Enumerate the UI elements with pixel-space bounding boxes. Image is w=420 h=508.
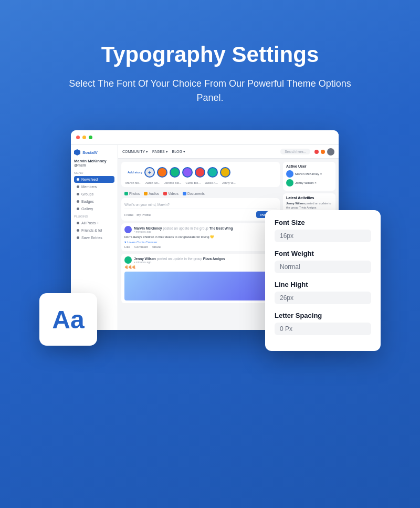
message-icon[interactable] [321, 150, 325, 154]
story-avatar-3 [182, 167, 193, 178]
topbar-community[interactable]: COMMUNITY ▾ [122, 150, 148, 154]
topbar-pages[interactable]: PAGES ▾ [152, 150, 168, 154]
sidebar-item-label: Members [81, 185, 97, 189]
aa-card: Aa [39, 293, 97, 346]
story-name: Aaron Ive... [145, 181, 160, 184]
media-tab-video[interactable]: Videos [163, 192, 178, 195]
post-author-avatar [124, 256, 132, 264]
topbar-search[interactable]: Search here... [280, 149, 310, 154]
sidebar-item-label: Badges [81, 200, 94, 203]
font-size-value[interactable]: 16px [275, 230, 371, 242]
sidebar-item-newsfeed[interactable]: Newsfeed [74, 176, 114, 183]
post-image [124, 272, 277, 300]
post-card-1: Marvin McKinney posted an update in the … [121, 223, 280, 251]
letter-spacing-label: Letter Spacing [275, 312, 371, 319]
font-weight-value[interactable]: Normal [275, 261, 371, 273]
story-avatar-2 [170, 167, 180, 178]
sidebar-dot [77, 222, 79, 224]
post-create-box: What's on your mind, Marvin? Frame My Pr… [121, 198, 280, 221]
sidebar-item-label: Friends & fol [81, 229, 102, 232]
post-actions: Like Comment Share [124, 245, 277, 248]
post-card-2: Jenny Wilson posted an update in the gro… [121, 254, 280, 303]
sidebar-item-label: Gallery [81, 207, 93, 211]
browser-bar [71, 130, 339, 145]
sidebar-nav-label2: PLUGINS [74, 215, 114, 218]
post-footer-left: Frame My Profile [124, 213, 151, 216]
sidebar-logo: SocialV [74, 149, 114, 155]
video-icon [163, 192, 167, 195]
active-user-item-2: Jenny Wilson × [286, 179, 332, 186]
sidebar-item-badges[interactable]: Badges [74, 198, 114, 205]
font-weight-label: Font Weight [275, 250, 371, 257]
story-name: Jerome Bel... [164, 181, 181, 184]
story-name: Jenny W... [222, 181, 236, 184]
story-avatar-5 [207, 167, 218, 178]
stories-container: Add story + Marvin Mc... [121, 162, 280, 187]
sidebar-item-save[interactable]: Save Entries [74, 234, 114, 241]
post-timestamp: • minutes ago [134, 230, 233, 233]
post-header: Jenny Wilson posted an update in the gro… [124, 256, 277, 264]
frame-option[interactable]: Frame [124, 213, 133, 216]
hero-subtitle: Select The Font Of Your Choice From Our … [63, 77, 357, 105]
my-profile-option[interactable]: My Profile [136, 213, 151, 216]
sidebar-item-gallery[interactable]: Gallery [74, 205, 114, 212]
photo-icon [124, 192, 128, 195]
activity-item-1: Jenny Wilson posted an update to the gro… [286, 202, 332, 210]
line-height-row: Line Hight 26px [275, 281, 371, 304]
sidebar-dot [77, 185, 79, 188]
sidebar-dot [77, 236, 79, 239]
sidebar-user-name: Marvin McKinney [74, 159, 114, 163]
share-button[interactable]: Share [152, 245, 161, 248]
topbar-blog[interactable]: BLOG ▾ [172, 150, 185, 154]
sidebar-nav-label: MENU [74, 171, 114, 174]
media-tab-doc[interactable]: Documents [183, 192, 205, 195]
line-height-label: Line Hight [275, 281, 371, 288]
notification-icon[interactable] [314, 150, 319, 154]
audio-icon [144, 192, 148, 195]
letter-spacing-row: Letter Spacing 0 Px [275, 312, 371, 335]
media-tab-audio[interactable]: Audios [144, 192, 159, 195]
line-height-value[interactable]: 26px [275, 292, 371, 304]
story-avatar-6 [220, 167, 230, 178]
story-name: Marvin Mc... [125, 181, 141, 184]
post-header-text: Jenny Wilson posted an update in the gro… [134, 257, 225, 264]
sidebar-item-groups[interactable]: Groups [74, 191, 114, 198]
letter-spacing-value[interactable]: 0 Px [275, 323, 371, 335]
user-avatar [286, 170, 293, 178]
post-header: Marvin McKinney posted an update in the … [124, 226, 277, 233]
sidebar-dot [77, 200, 79, 203]
comment-button[interactable]: Comment [134, 245, 148, 248]
like-button[interactable]: Like [124, 245, 130, 248]
hero-title: Typography Settings [63, 42, 357, 67]
post-input[interactable]: What's on your mind, Marvin? [124, 201, 277, 209]
user-avatar [286, 179, 293, 186]
logo-text: SocialV [82, 150, 98, 155]
post-box-footer: Frame My Profile POST ✈ [124, 211, 277, 218]
sidebar-item-label: Newsfeed [81, 178, 98, 181]
doc-icon [183, 192, 186, 195]
browser-dot-yellow [82, 136, 86, 139]
topbar-icons [314, 148, 334, 155]
post-author-name: Marvin McKinney posted an update in the … [134, 226, 233, 230]
media-tab-photo[interactable]: Photos [124, 192, 140, 195]
media-tabs: Photos Audios Videos Documents [121, 190, 280, 195]
sidebar-dot [77, 178, 79, 181]
sidebar-dot [77, 229, 79, 232]
sidebar-item-allposts[interactable]: All Posts + [74, 220, 114, 226]
browser-dot-red [76, 136, 80, 139]
avatar[interactable] [327, 148, 334, 155]
aa-text: Aa [52, 305, 84, 334]
feed-main: Add story + Marvin Mc... [121, 162, 280, 327]
active-user-item-1: Marvin McKinney × [286, 170, 332, 178]
post-author-name: Jenny Wilson posted an update in the gro… [134, 257, 225, 261]
sidebar-item-members[interactable]: Members [74, 183, 114, 190]
sidebar-item-label: Groups [81, 192, 93, 196]
active-users-title: Active User [286, 164, 332, 168]
typography-panel: Font Size 16px Font Weight Normal Line H… [265, 210, 381, 351]
story-upload[interactable]: + [144, 167, 155, 178]
story-name: Jackie A... [205, 181, 218, 184]
add-story-button[interactable]: Add story [128, 171, 142, 174]
sidebar-item-label: All Posts + [81, 221, 99, 225]
sidebar-item-friends[interactable]: Friends & fol [74, 227, 114, 234]
story-name: Curtis Ble... [186, 181, 201, 184]
